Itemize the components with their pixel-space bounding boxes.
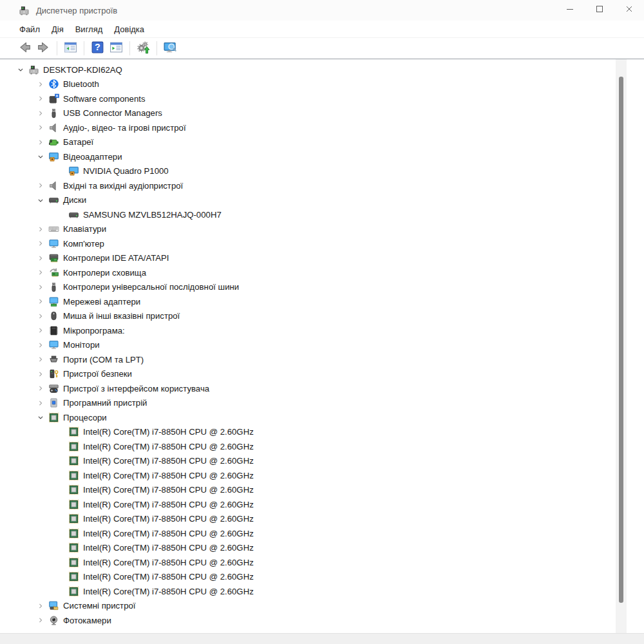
tree-item-label[interactable]: Пристрої з інтерфейсом користувача <box>63 384 209 393</box>
tree-item-label[interactable]: Вхідні та вихідні аудіопристрої <box>63 181 183 191</box>
tree-item: Intel(R) Core(TM) i7-8850H CPU @ 2.60GHz <box>0 468 644 483</box>
processor-icon <box>68 557 79 568</box>
chevron-spacer <box>53 456 68 466</box>
chevron-collapsed-icon[interactable] <box>33 296 48 307</box>
tree-item-label[interactable]: Відеоадаптери <box>63 152 122 162</box>
chevron-collapsed-icon[interactable] <box>33 93 48 104</box>
show-action-pane-icon <box>109 41 123 57</box>
tree-item-label[interactable]: Intel(R) Core(TM) i7-8850H CPU @ 2.60GHz <box>83 514 254 524</box>
monitor-icon <box>48 339 59 350</box>
chevron-collapsed-icon[interactable] <box>33 108 48 118</box>
tree-item-label[interactable]: Intel(R) Core(TM) i7-8850H CPU @ 2.60GHz <box>83 485 254 495</box>
tree-item-label[interactable]: Монітори <box>63 340 100 350</box>
tree-item: Мікропрограма: <box>0 323 644 338</box>
tree-item-label[interactable]: Порти (COM та LPT) <box>63 355 144 365</box>
tree-item: Миша й інші вказівні пристрої <box>0 309 644 324</box>
tree-item-label[interactable]: Клавіатури <box>63 224 106 234</box>
tree-item: Мережеві адаптери <box>0 294 644 309</box>
tree-item-label[interactable]: Intel(R) Core(TM) i7-8850H CPU @ 2.60GHz <box>83 500 254 509</box>
tree-item-label[interactable]: Диски <box>63 195 86 205</box>
tree-item-label[interactable]: Контролери універсальної послідовної шин… <box>63 282 239 292</box>
tree-item: Intel(R) Core(TM) i7-8850H CPU @ 2.60GHz <box>0 454 644 469</box>
tree-item-label[interactable]: Intel(R) Core(TM) i7-8850H CPU @ 2.60GHz <box>83 587 254 596</box>
tree-item: SAMSUNG MZVLB512HAJQ-000H7 <box>0 207 644 222</box>
toolbar-separator <box>156 41 157 55</box>
tree-item-label[interactable]: Програмний пристрій <box>63 398 147 408</box>
toolbar: ? <box>0 38 644 59</box>
chevron-collapsed-icon[interactable] <box>33 282 48 292</box>
tree-item-label[interactable]: Intel(R) Core(TM) i7-8850H CPU @ 2.60GHz <box>83 427 254 437</box>
menu-item-1[interactable]: Дія <box>46 23 70 36</box>
chevron-collapsed-icon[interactable] <box>33 615 48 625</box>
chevron-expanded-icon[interactable] <box>33 412 48 422</box>
tree-item-label[interactable]: Мережеві адаптери <box>63 297 140 307</box>
tree-item-label[interactable]: SAMSUNG MZVLB512HAJQ-000H7 <box>83 210 222 220</box>
tree-item-label[interactable]: Миша й інші вказівні пристрої <box>63 311 180 321</box>
tree-item-label[interactable]: Комп'ютер <box>63 239 104 249</box>
back-button[interactable] <box>16 40 33 57</box>
chevron-spacer <box>53 557 68 567</box>
tree-item-label[interactable]: Intel(R) Core(TM) i7-8850H CPU @ 2.60GHz <box>83 529 254 538</box>
chevron-collapsed-icon[interactable] <box>33 253 48 263</box>
tree-item-label[interactable]: Intel(R) Core(TM) i7-8850H CPU @ 2.60GHz <box>83 543 254 553</box>
vertical-scrollbar[interactable] <box>616 59 627 633</box>
chevron-collapsed-icon[interactable] <box>33 267 48 278</box>
chevron-collapsed-icon[interactable] <box>33 224 48 234</box>
tree-item-label[interactable]: Аудіо-, відео- та ігрові пристрої <box>63 123 186 133</box>
chevron-collapsed-icon[interactable] <box>33 354 48 365</box>
tree-item-label[interactable]: Bluetooth <box>63 79 99 89</box>
tree-item-label[interactable]: Software components <box>63 94 146 104</box>
tree-item-label[interactable]: Intel(R) Core(TM) i7-8850H CPU @ 2.60GHz <box>83 558 254 567</box>
chevron-collapsed-icon[interactable] <box>33 369 48 379</box>
hid-icon <box>48 383 59 394</box>
display-adapter-icon <box>48 151 59 162</box>
tree-item-label[interactable]: Intel(R) Core(TM) i7-8850H CPU @ 2.60GHz <box>83 456 254 466</box>
chevron-collapsed-icon[interactable] <box>33 180 48 191</box>
menu-item-3[interactable]: Довідка <box>108 23 150 36</box>
disk-icon <box>68 209 79 220</box>
chevron-collapsed-icon[interactable] <box>33 340 48 350</box>
chevron-collapsed-icon[interactable] <box>33 137 48 147</box>
chevron-collapsed-icon[interactable] <box>33 325 48 336</box>
forward-button[interactable] <box>35 40 52 57</box>
chevron-collapsed-icon[interactable] <box>33 311 48 321</box>
chevron-expanded-icon[interactable] <box>13 64 28 75</box>
tree-item-label[interactable]: NVIDIA Quadro P1000 <box>83 166 169 176</box>
tree-item-label[interactable]: Intel(R) Core(TM) i7-8850H CPU @ 2.60GHz <box>83 471 254 480</box>
chevron-collapsed-icon[interactable] <box>33 238 48 249</box>
toolbar-separator <box>57 41 57 55</box>
tree-item-label[interactable]: Контролери сховища <box>63 268 146 278</box>
tree-item-label[interactable]: Фотокамери <box>63 616 111 625</box>
tree-item: Процесори <box>0 410 644 425</box>
chevron-collapsed-icon[interactable] <box>33 601 48 611</box>
maximize-button[interactable] <box>585 0 614 21</box>
minimize-button[interactable] <box>555 0 585 21</box>
scrollbar-thumb[interactable] <box>619 77 623 603</box>
tree-item-label[interactable]: Контролери IDE ATA/ATAPI <box>63 253 169 263</box>
tree-item-label[interactable]: USB Connector Managers <box>63 108 162 118</box>
tree-item-label[interactable]: Системні пристрої <box>63 601 135 611</box>
tree-item: Відеоадаптери <box>0 149 644 164</box>
scan-hardware-changes-button[interactable] <box>135 40 152 57</box>
chevron-collapsed-icon[interactable] <box>33 383 48 393</box>
menu-item-0[interactable]: Файл <box>14 23 46 36</box>
tree-item-label[interactable]: Пристрої безпеки <box>63 369 132 379</box>
chevron-collapsed-icon[interactable] <box>33 398 48 408</box>
help-button[interactable]: ? <box>89 40 106 57</box>
tree-item-label[interactable]: Батареї <box>63 137 93 147</box>
tree-item-label[interactable]: Процесори <box>63 413 107 422</box>
tree-item-label[interactable]: Intel(R) Core(TM) i7-8850H CPU @ 2.60GHz <box>83 442 254 451</box>
close-button[interactable] <box>614 0 644 21</box>
show-console-tree-button[interactable] <box>62 40 79 57</box>
chevron-expanded-icon[interactable] <box>33 195 48 205</box>
chevron-collapsed-icon[interactable] <box>33 79 48 90</box>
chevron-expanded-icon[interactable] <box>33 151 48 162</box>
tree-item-label[interactable]: Мікропрограма: <box>63 326 125 336</box>
tree-item-label[interactable]: Intel(R) Core(TM) i7-8850H CPU @ 2.60GHz <box>83 572 254 582</box>
show-action-pane-button[interactable] <box>108 40 125 57</box>
menu-item-2[interactable]: Вигляд <box>70 23 109 36</box>
tree-item-label[interactable]: DESKTOP-KDI62AQ <box>43 65 122 75</box>
search-devices-button[interactable] <box>162 40 179 57</box>
tree-item: Intel(R) Core(TM) i7-8850H CPU @ 2.60GHz <box>0 541 644 556</box>
chevron-collapsed-icon[interactable] <box>33 122 48 133</box>
